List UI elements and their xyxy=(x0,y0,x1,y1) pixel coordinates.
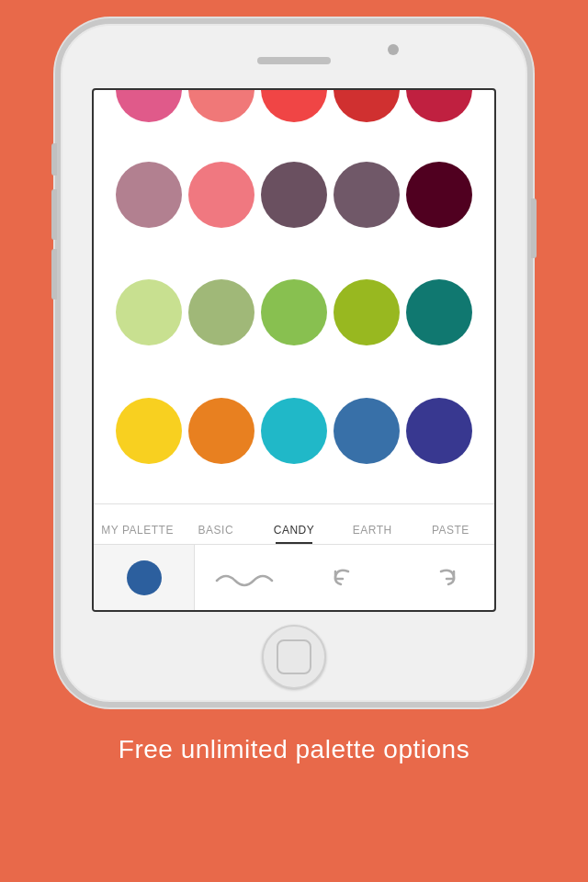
partial-color-circle[interactable] xyxy=(116,90,182,122)
camera xyxy=(388,44,399,55)
home-button[interactable] xyxy=(262,625,326,689)
power-button[interactable] xyxy=(531,198,537,258)
color-swatch[interactable] xyxy=(116,398,182,464)
speaker xyxy=(257,57,331,64)
color-swatch[interactable] xyxy=(116,279,182,345)
undo-icon xyxy=(328,564,361,592)
home-button-inner xyxy=(277,639,311,674)
color-swatch[interactable] xyxy=(406,398,472,464)
color-selector-button[interactable] xyxy=(94,545,195,611)
volume-up-button[interactable] xyxy=(51,189,57,240)
tab-basic[interactable]: BASIC xyxy=(176,524,254,544)
color-swatch[interactable] xyxy=(188,279,254,345)
partial-color-circle[interactable] xyxy=(261,90,327,122)
redo-icon xyxy=(428,564,461,592)
phone-screen: MY PALETTE BASIC CANDY EARTH PASTE xyxy=(92,88,496,612)
color-row-3 xyxy=(112,398,476,464)
tab-paste[interactable]: PASTE xyxy=(412,524,490,544)
color-swatch[interactable] xyxy=(334,398,400,464)
tab-candy[interactable]: CANDY xyxy=(254,524,333,544)
color-swatch[interactable] xyxy=(261,398,327,464)
color-swatch[interactable] xyxy=(261,279,327,345)
color-row-1 xyxy=(112,162,476,228)
color-swatch[interactable] xyxy=(188,398,254,464)
partial-color-circle[interactable] xyxy=(188,90,254,122)
color-swatch[interactable] xyxy=(406,162,472,228)
color-swatch[interactable] xyxy=(334,279,400,345)
brush-icon xyxy=(212,564,277,592)
color-swatch[interactable] xyxy=(188,162,254,228)
brush-selector[interactable] xyxy=(195,564,295,592)
color-swatch[interactable] xyxy=(334,162,400,228)
toolbar xyxy=(94,544,494,610)
partial-color-circle[interactable] xyxy=(334,90,400,122)
color-row-2 xyxy=(112,279,476,345)
partial-color-row xyxy=(94,90,494,122)
undo-button[interactable] xyxy=(295,564,395,592)
color-grid xyxy=(94,122,494,503)
tab-my-palette[interactable]: MY PALETTE xyxy=(98,524,176,544)
phone-top-bar xyxy=(61,24,527,88)
color-swatch[interactable] xyxy=(261,162,327,228)
phone-frame: MY PALETTE BASIC CANDY EARTH PASTE xyxy=(55,18,533,707)
palette-tabs: MY PALETTE BASIC CANDY EARTH PASTE xyxy=(94,503,494,544)
color-swatch[interactable] xyxy=(116,162,182,228)
bottom-tagline: Free unlimited palette options xyxy=(91,735,497,764)
volume-down-button[interactable] xyxy=(51,249,57,300)
partial-color-circle[interactable] xyxy=(406,90,472,122)
color-swatch[interactable] xyxy=(406,279,472,345)
redo-button[interactable] xyxy=(394,564,494,592)
phone-bottom-area xyxy=(262,612,326,702)
phone-wrapper: MY PALETTE BASIC CANDY EARTH PASTE xyxy=(55,18,533,707)
tab-earth[interactable]: EARTH xyxy=(334,524,412,544)
selected-color-dot xyxy=(127,560,162,595)
